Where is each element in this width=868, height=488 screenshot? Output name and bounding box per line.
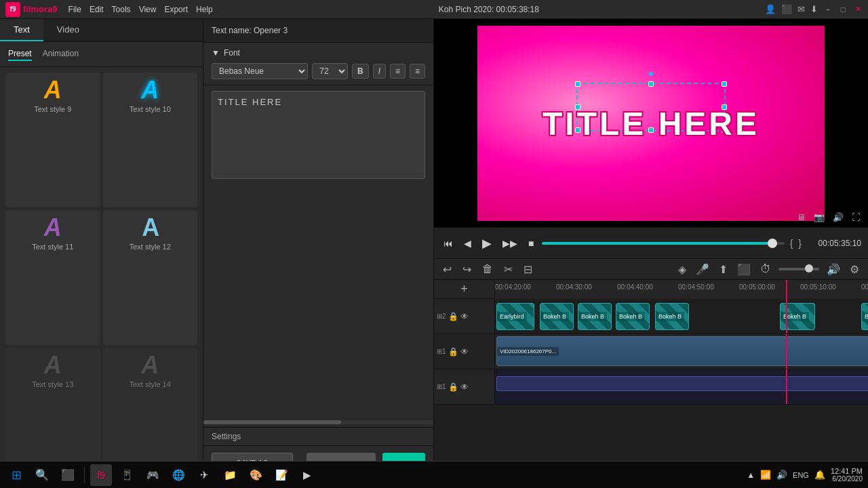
preview-tool-fullscreen[interactable]: ⛶ bbox=[850, 210, 863, 224]
font-size-select[interactable]: 72 36 48 96 bbox=[312, 63, 348, 79]
track-lock-icon-a[interactable]: 🔒 bbox=[448, 382, 458, 392]
system-tray-icon3: ✉ bbox=[797, 4, 805, 14]
taskbar-discord[interactable]: 🎮 bbox=[142, 464, 163, 486]
taskbar-notification[interactable]: 🔔 bbox=[814, 470, 825, 480]
sub-tab-animation[interactable]: Animation bbox=[43, 47, 79, 61]
taskbar-chrome[interactable]: 🌐 bbox=[167, 464, 189, 486]
mic-button[interactable]: 🎤 bbox=[694, 261, 711, 278]
taskbar-filmora[interactable]: f9 bbox=[90, 464, 112, 486]
maximize-button[interactable]: □ bbox=[838, 5, 848, 14]
text-input[interactable]: TITLE HERE bbox=[212, 91, 425, 179]
taskbar-taskview[interactable]: ⬛ bbox=[57, 464, 79, 486]
menu-view[interactable]: View bbox=[139, 5, 157, 14]
taskbar-telegram[interactable]: ✈ bbox=[193, 464, 215, 486]
screen-record-button[interactable]: ⬛ bbox=[735, 261, 753, 278]
menu-export[interactable]: Export bbox=[164, 5, 188, 14]
style-label-13: Text style 13 bbox=[32, 380, 73, 388]
clip-bokeh-4[interactable]: Bokeh B bbox=[655, 303, 689, 330]
start-button[interactable]: ⊞ bbox=[5, 464, 27, 486]
timeline-tools-right: ◈ 🎤 ⬆ ⬛ ⏱ 🔊 ⚙ bbox=[676, 261, 861, 278]
taskbar: ⊞ 🔍 ⬛ f9 📱 🎮 🌐 ✈ 📁 🎨 📝 ▶ ▲ 📶 🔊 ENG 🔔 12 bbox=[0, 461, 868, 488]
vol-button[interactable]: 🔊 bbox=[825, 261, 842, 278]
taskbar-word[interactable]: 📝 bbox=[271, 464, 292, 486]
style-item-12[interactable]: A Text style 12 bbox=[103, 210, 198, 345]
taskbar-photoshop[interactable]: 🎨 bbox=[245, 464, 267, 486]
preview-tool-screenshot[interactable]: 📷 bbox=[812, 210, 827, 224]
rotate-handle[interactable] bbox=[649, 72, 653, 76]
bold-button[interactable]: B bbox=[352, 64, 369, 79]
progress-track[interactable] bbox=[542, 242, 784, 245]
taskbar-volume[interactable]: 🔊 bbox=[776, 470, 787, 480]
preview-tool-monitor[interactable]: 🖥 bbox=[795, 210, 808, 224]
font-family-select[interactable]: Bebas Neue Arial Times New Roman bbox=[212, 63, 308, 79]
clip-bokeh-1[interactable]: Bokeh B bbox=[540, 303, 574, 330]
system-tray-icon2: ⬛ bbox=[781, 4, 792, 14]
track-visibility-icon-a[interactable]: 👁 bbox=[460, 382, 469, 392]
clip-main-video[interactable]: VID202006186267P0... bbox=[496, 336, 868, 366]
corner-handle-tl[interactable] bbox=[575, 81, 580, 87]
add-media-button[interactable]: + bbox=[434, 280, 495, 298]
more-button[interactable]: ≡ bbox=[410, 64, 425, 79]
style-item-10[interactable]: A Text style 10 bbox=[103, 73, 198, 207]
clip-audio[interactable] bbox=[496, 376, 868, 391]
volume-slider[interactable] bbox=[778, 268, 819, 270]
time-mark-6: 00:05:10:00 bbox=[800, 283, 836, 291]
style-item-11[interactable]: A Text style 11 bbox=[5, 210, 100, 345]
track-visibility-icon[interactable]: 👁 bbox=[460, 312, 469, 321]
taskbar-lang[interactable]: ENG bbox=[793, 471, 809, 479]
cut-button[interactable]: ✂ bbox=[502, 261, 515, 278]
taskbar-search[interactable]: 🔍 bbox=[31, 464, 53, 486]
redo-button[interactable]: ↪ bbox=[460, 261, 473, 278]
forward-button[interactable]: ▶▶ bbox=[500, 235, 520, 251]
track-video-content: VID202006186267P0... T Opener 3 bbox=[495, 334, 868, 369]
styles-grid: A Text style 9 A Text style 10 A Text st… bbox=[0, 67, 203, 488]
taskbar-network[interactable]: 📶 bbox=[760, 470, 771, 480]
timer-button[interactable]: ⏱ bbox=[758, 261, 773, 277]
taskbar-date: 6/20/2020 bbox=[831, 475, 863, 483]
tab-video[interactable]: Video bbox=[43, 19, 93, 41]
track-lock-icon-v[interactable]: 🔒 bbox=[448, 347, 458, 357]
export-segment-button[interactable]: ⬆ bbox=[717, 261, 730, 278]
playhead-line bbox=[786, 280, 787, 299]
italic-button[interactable]: I bbox=[373, 64, 386, 79]
style-item-9[interactable]: A Text style 9 bbox=[5, 73, 100, 207]
marker-button[interactable]: ◈ bbox=[676, 261, 688, 278]
sub-tab-preset[interactable]: Preset bbox=[8, 47, 32, 61]
clip-earlybird[interactable]: Earlybird bbox=[496, 303, 534, 330]
menu-help[interactable]: Help bbox=[196, 5, 213, 14]
rewind-button[interactable]: ⏮ bbox=[441, 235, 456, 251]
mid-handle-top[interactable] bbox=[648, 81, 654, 87]
menu-file[interactable]: File bbox=[68, 5, 81, 14]
menu-tools[interactable]: Tools bbox=[112, 5, 131, 14]
clip-bokeh-3[interactable]: Bokeh B bbox=[616, 303, 650, 330]
align-button[interactable]: ≡ bbox=[390, 64, 406, 79]
play-button[interactable]: ▶ bbox=[479, 233, 494, 253]
prev-frame-button[interactable]: ◀ bbox=[461, 235, 474, 251]
close-button[interactable]: ✕ bbox=[853, 5, 863, 14]
tab-text[interactable]: Text bbox=[0, 19, 43, 41]
clip-bokeh-5[interactable]: Bokeh B bbox=[780, 303, 815, 330]
taskbar-viber[interactable]: 📱 bbox=[116, 464, 138, 486]
taskbar-arrow-up[interactable]: ▲ bbox=[747, 470, 755, 480]
undo-button[interactable]: ↩ bbox=[441, 261, 454, 278]
preview-tool-volume[interactable]: 🔊 bbox=[831, 210, 846, 224]
corner-handle-tr[interactable] bbox=[722, 81, 727, 87]
menu-edit[interactable]: Edit bbox=[90, 5, 104, 14]
track-visibility-icon-v[interactable]: 👁 bbox=[460, 347, 469, 357]
tl-settings-button[interactable]: ⚙ bbox=[848, 261, 861, 278]
taskbar-files[interactable]: 📁 bbox=[219, 464, 241, 486]
split-button[interactable]: ⊟ bbox=[521, 261, 534, 278]
minimize-button[interactable]: − bbox=[823, 5, 833, 14]
clip-bokeh-2[interactable]: Bokeh B bbox=[578, 303, 612, 330]
horizontal-scrollbar[interactable] bbox=[203, 420, 433, 424]
preview-title-text[interactable]: TITLE HERE bbox=[542, 104, 760, 142]
progress-thumb[interactable] bbox=[768, 239, 777, 248]
taskbar-media[interactable]: ▶ bbox=[296, 464, 318, 486]
font-section-header[interactable]: ▼ Font bbox=[212, 48, 425, 58]
track-lock-icon[interactable]: 🔒 bbox=[448, 312, 458, 321]
clip-bubble[interactable]: Bubble bbox=[861, 303, 868, 330]
text-area-wrapper: TITLE HERE bbox=[203, 85, 433, 418]
stop-button[interactable]: ■ bbox=[526, 235, 536, 251]
delete-button[interactable]: 🗑 bbox=[480, 261, 495, 277]
track-number-1: ⊞1 bbox=[437, 348, 446, 355]
